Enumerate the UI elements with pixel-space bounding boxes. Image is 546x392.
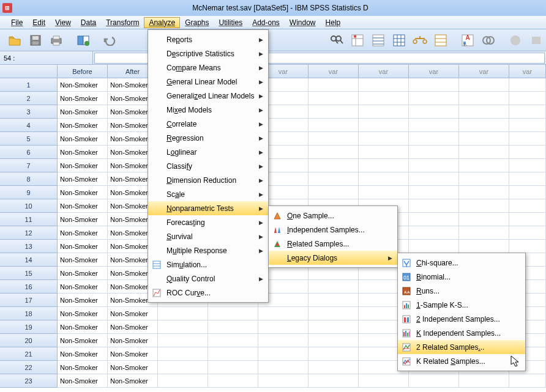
cell[interactable] <box>309 146 359 159</box>
menu-file[interactable]: File <box>6 17 28 28</box>
menu-analyze[interactable]: Analyze <box>144 17 180 28</box>
cell[interactable] <box>258 307 309 320</box>
row-header[interactable]: 16 <box>0 280 58 294</box>
sets-icon[interactable] <box>479 31 498 50</box>
cell[interactable] <box>509 159 546 172</box>
menu-1sample-ks[interactable]: 1-Sample K-S... <box>398 298 525 312</box>
select-cases-icon[interactable] <box>431 31 451 50</box>
cell[interactable] <box>409 146 459 159</box>
row-header[interactable]: 20 <box>0 334 58 347</box>
row-header[interactable]: 6 <box>0 146 58 159</box>
cell[interactable]: Non-Smoker <box>58 213 108 226</box>
cell[interactable] <box>359 119 409 132</box>
cell[interactable]: Non-Smoker <box>58 172 108 186</box>
cell[interactable] <box>309 172 359 186</box>
menu-legacy-dialogs[interactable]: Legacy Dialogs▶ <box>269 251 397 265</box>
cell[interactable] <box>258 334 309 347</box>
row-header[interactable]: 7 <box>0 159 58 172</box>
menu-data[interactable]: Data <box>76 17 101 28</box>
cell[interactable] <box>409 172 459 186</box>
cell[interactable] <box>509 92 546 105</box>
cell[interactable]: Non-Smoker <box>58 307 108 320</box>
cell[interactable]: Non-Smoker <box>108 374 158 388</box>
cell[interactable] <box>309 361 359 374</box>
menu-mixed[interactable]: Mixed Models▶ <box>148 103 268 117</box>
cell[interactable] <box>459 199 509 213</box>
col-header-var[interactable]: var <box>359 65 409 78</box>
cell[interactable] <box>509 119 546 132</box>
cell[interactable]: Non-Smoker <box>58 267 108 280</box>
grid-icon[interactable] <box>389 31 409 50</box>
row-header[interactable]: 5 <box>0 132 58 146</box>
cell[interactable] <box>359 146 409 159</box>
menu-graphs[interactable]: Graphs <box>180 17 214 28</box>
cell[interactable]: Non-Smoker <box>58 105 108 119</box>
menu-compare-means[interactable]: Compare Means▶ <box>148 61 268 75</box>
row-header[interactable]: 23 <box>0 374 58 388</box>
cell[interactable] <box>509 78 546 92</box>
menu-correlate[interactable]: Correlate▶ <box>148 117 268 131</box>
save-icon[interactable] <box>26 31 45 50</box>
cell[interactable] <box>309 307 359 320</box>
cell[interactable] <box>309 280 359 294</box>
menu-classify[interactable]: Classify▶ <box>148 159 268 173</box>
dim-icon-2[interactable] <box>526 31 546 50</box>
cell[interactable] <box>409 213 459 226</box>
cell[interactable] <box>359 159 409 172</box>
cell[interactable] <box>459 186 509 199</box>
col-header-var[interactable]: var <box>409 65 459 78</box>
menu-2-related[interactable]: 2 Related Samples... <box>398 340 525 354</box>
menu-help[interactable]: Help <box>321 17 346 28</box>
cell[interactable] <box>158 347 208 361</box>
cell[interactable] <box>309 159 359 172</box>
menu-scale[interactable]: Scale▶ <box>148 187 268 201</box>
row-header[interactable]: 22 <box>0 361 58 374</box>
cell[interactable]: Non-Smoker <box>58 294 108 307</box>
cell[interactable] <box>409 78 459 92</box>
cell[interactable] <box>409 105 459 119</box>
cell[interactable] <box>359 105 409 119</box>
menu-roc[interactable]: ROC Curve... <box>148 286 268 300</box>
cell[interactable] <box>208 361 258 374</box>
cell[interactable]: Non-Smoker <box>58 186 108 199</box>
cell[interactable]: Non-Smoker <box>58 92 108 105</box>
cell[interactable] <box>409 374 459 388</box>
cell[interactable] <box>459 78 509 92</box>
cell[interactable]: Non-Smoker <box>58 334 108 347</box>
cell[interactable] <box>359 172 409 186</box>
grid-corner[interactable] <box>0 65 58 78</box>
menu-one-sample[interactable]: One Sample... <box>269 209 397 223</box>
cell[interactable]: Non-Smoker <box>108 307 158 320</box>
cell[interactable] <box>459 213 509 226</box>
cell[interactable] <box>309 267 359 280</box>
cell[interactable] <box>359 132 409 146</box>
cell[interactable] <box>208 307 258 320</box>
cell[interactable] <box>409 92 459 105</box>
cell[interactable] <box>309 334 359 347</box>
menu-quality[interactable]: Quality Control▶ <box>148 272 268 286</box>
open-icon[interactable] <box>5 31 24 50</box>
cell[interactable] <box>359 186 409 199</box>
cell[interactable] <box>309 294 359 307</box>
cell[interactable] <box>309 132 359 146</box>
cell[interactable]: Non-Smoker <box>58 159 108 172</box>
cell[interactable] <box>309 78 359 92</box>
variables-icon[interactable]: ✱ <box>348 31 367 50</box>
dialog-recall-icon[interactable] <box>73 31 93 50</box>
row-header[interactable]: 3 <box>0 105 58 119</box>
cell[interactable] <box>509 199 546 213</box>
row-header[interactable]: 11 <box>0 213 58 226</box>
menu-related-samples[interactable]: Related Samples... <box>269 237 397 251</box>
row-header[interactable]: 21 <box>0 347 58 361</box>
cell[interactable] <box>459 172 509 186</box>
menu-regression[interactable]: Regression▶ <box>148 131 268 145</box>
menu-utilities[interactable]: Utilities <box>214 17 247 28</box>
cell[interactable]: Non-Smoker <box>58 253 108 267</box>
menu-glm[interactable]: General Linear Model▶ <box>148 75 268 89</box>
cell[interactable] <box>409 240 459 253</box>
col-header-before[interactable]: Before <box>58 65 108 78</box>
cell[interactable] <box>459 159 509 172</box>
menu-survival[interactable]: Survival▶ <box>148 229 268 243</box>
cell[interactable] <box>509 132 546 146</box>
menu-loglinear[interactable]: Loglinear▶ <box>148 145 268 159</box>
